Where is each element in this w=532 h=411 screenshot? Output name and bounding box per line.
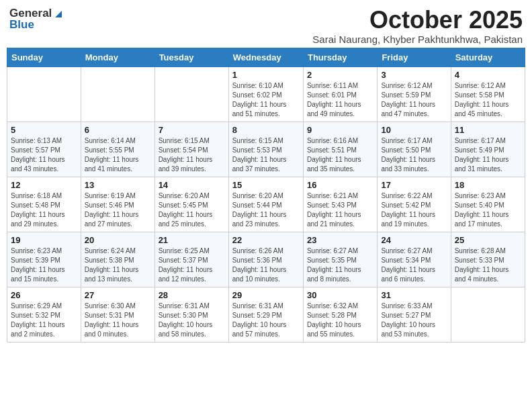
day-info: Sunrise: 6:16 AMSunset: 5:51 PMDaylight:… <box>307 136 373 174</box>
calendar-cell: 25Sunrise: 6:28 AMSunset: 5:33 PMDayligh… <box>451 232 525 287</box>
day-info: Sunrise: 6:11 AMSunset: 6:01 PMDaylight:… <box>307 81 373 119</box>
day-number: 3 <box>381 70 447 80</box>
logo-blue: Blue <box>9 18 64 32</box>
day-number: 14 <box>159 180 225 190</box>
day-number: 28 <box>159 290 225 300</box>
calendar-cell: 16Sunrise: 6:21 AMSunset: 5:43 PMDayligh… <box>303 177 377 232</box>
day-number: 5 <box>11 125 77 135</box>
calendar-cell <box>154 66 228 122</box>
day-info: Sunrise: 6:21 AMSunset: 5:43 PMDaylight:… <box>307 191 373 229</box>
day-number: 18 <box>455 180 521 190</box>
day-number: 13 <box>85 180 151 190</box>
day-number: 10 <box>381 125 447 135</box>
month-title: October 2025 <box>312 7 523 34</box>
weekday-header-friday: Friday <box>378 48 451 66</box>
day-info: Sunrise: 6:30 AMSunset: 5:31 PMDaylight:… <box>85 302 151 339</box>
calendar-cell: 23Sunrise: 6:27 AMSunset: 5:35 PMDayligh… <box>303 232 377 287</box>
day-info: Sunrise: 6:12 AMSunset: 5:58 PMDaylight:… <box>455 81 521 119</box>
calendar-cell: 5Sunrise: 6:13 AMSunset: 5:57 PMDaylight… <box>7 122 81 177</box>
day-info: Sunrise: 6:22 AMSunset: 5:42 PMDaylight:… <box>381 191 447 229</box>
day-info: Sunrise: 6:18 AMSunset: 5:48 PMDaylight:… <box>11 191 77 229</box>
day-info: Sunrise: 6:23 AMSunset: 5:40 PMDaylight:… <box>455 191 521 229</box>
calendar-cell: 24Sunrise: 6:27 AMSunset: 5:34 PMDayligh… <box>378 232 451 287</box>
calendar-cell: 30Sunrise: 6:32 AMSunset: 5:28 PMDayligh… <box>303 287 377 342</box>
day-info: Sunrise: 6:17 AMSunset: 5:50 PMDaylight:… <box>381 136 447 174</box>
day-number: 12 <box>11 180 77 190</box>
calendar-cell: 22Sunrise: 6:26 AMSunset: 5:36 PMDayligh… <box>228 232 303 287</box>
day-number: 2 <box>307 70 373 80</box>
calendar-cell <box>451 287 525 342</box>
day-info: Sunrise: 6:31 AMSunset: 5:29 PMDaylight:… <box>232 302 300 339</box>
calendar-cell: 12Sunrise: 6:18 AMSunset: 5:48 PMDayligh… <box>7 177 81 232</box>
day-number: 22 <box>232 235 300 245</box>
calendar-cell: 31Sunrise: 6:33 AMSunset: 5:27 PMDayligh… <box>378 287 451 342</box>
day-number: 29 <box>232 290 300 300</box>
day-info: Sunrise: 6:12 AMSunset: 5:59 PMDaylight:… <box>381 81 447 119</box>
calendar-cell: 1Sunrise: 6:10 AMSunset: 6:02 PMDaylight… <box>228 66 303 122</box>
day-info: Sunrise: 6:24 AMSunset: 5:38 PMDaylight:… <box>85 246 151 284</box>
weekday-header-row: SundayMondayTuesdayWednesdayThursdayFrid… <box>7 48 525 66</box>
calendar-cell: 13Sunrise: 6:19 AMSunset: 5:46 PMDayligh… <box>81 177 154 232</box>
calendar-cell: 19Sunrise: 6:23 AMSunset: 5:39 PMDayligh… <box>7 232 81 287</box>
day-number: 1 <box>232 70 300 80</box>
day-number: 6 <box>85 125 151 135</box>
day-info: Sunrise: 6:27 AMSunset: 5:34 PMDaylight:… <box>381 246 447 284</box>
calendar-cell: 14Sunrise: 6:20 AMSunset: 5:45 PMDayligh… <box>154 177 228 232</box>
calendar-cell: 20Sunrise: 6:24 AMSunset: 5:38 PMDayligh… <box>81 232 154 287</box>
day-info: Sunrise: 6:26 AMSunset: 5:36 PMDaylight:… <box>232 246 300 284</box>
day-number: 19 <box>11 235 77 245</box>
weekday-header-saturday: Saturday <box>451 48 525 66</box>
calendar-cell: 3Sunrise: 6:12 AMSunset: 5:59 PMDaylight… <box>378 66 451 122</box>
calendar-week-2: 5Sunrise: 6:13 AMSunset: 5:57 PMDaylight… <box>7 122 525 177</box>
day-info: Sunrise: 6:19 AMSunset: 5:46 PMDaylight:… <box>85 191 151 229</box>
day-number: 23 <box>307 235 373 245</box>
calendar-week-1: 1Sunrise: 6:10 AMSunset: 6:02 PMDaylight… <box>7 66 525 122</box>
day-number: 20 <box>85 235 151 245</box>
day-info: Sunrise: 6:28 AMSunset: 5:33 PMDaylight:… <box>455 246 521 284</box>
day-number: 21 <box>159 235 225 245</box>
day-info: Sunrise: 6:15 AMSunset: 5:54 PMDaylight:… <box>159 136 225 174</box>
calendar-cell: 7Sunrise: 6:15 AMSunset: 5:54 PMDaylight… <box>154 122 228 177</box>
day-info: Sunrise: 6:27 AMSunset: 5:35 PMDaylight:… <box>307 246 373 284</box>
calendar-cell: 21Sunrise: 6:25 AMSunset: 5:37 PMDayligh… <box>154 232 228 287</box>
day-number: 11 <box>455 125 521 135</box>
calendar-cell: 6Sunrise: 6:14 AMSunset: 5:55 PMDaylight… <box>81 122 154 177</box>
calendar-cell <box>7 66 81 122</box>
day-info: Sunrise: 6:13 AMSunset: 5:57 PMDaylight:… <box>11 136 77 174</box>
weekday-header-wednesday: Wednesday <box>228 48 303 66</box>
day-number: 4 <box>455 70 521 80</box>
day-number: 25 <box>455 235 521 245</box>
day-info: Sunrise: 6:31 AMSunset: 5:30 PMDaylight:… <box>159 302 225 339</box>
weekday-header-monday: Monday <box>81 48 154 66</box>
day-info: Sunrise: 6:20 AMSunset: 5:44 PMDaylight:… <box>232 191 300 229</box>
location-subtitle: Sarai Naurang, Khyber Pakhtunkhwa, Pakis… <box>312 34 523 45</box>
page-header: General Blue October 2025 Sarai Naurang,… <box>7 7 525 45</box>
day-number: 30 <box>307 290 373 300</box>
calendar-cell: 8Sunrise: 6:15 AMSunset: 5:53 PMDaylight… <box>228 122 303 177</box>
calendar-week-4: 19Sunrise: 6:23 AMSunset: 5:39 PMDayligh… <box>7 232 525 287</box>
calendar-cell <box>81 66 154 122</box>
day-number: 17 <box>381 180 447 190</box>
calendar-cell: 11Sunrise: 6:17 AMSunset: 5:49 PMDayligh… <box>451 122 525 177</box>
calendar-cell: 15Sunrise: 6:20 AMSunset: 5:44 PMDayligh… <box>228 177 303 232</box>
day-info: Sunrise: 6:20 AMSunset: 5:45 PMDaylight:… <box>159 191 225 229</box>
calendar-cell: 17Sunrise: 6:22 AMSunset: 5:42 PMDayligh… <box>378 177 451 232</box>
weekday-header-tuesday: Tuesday <box>154 48 228 66</box>
day-info: Sunrise: 6:25 AMSunset: 5:37 PMDaylight:… <box>159 246 225 284</box>
day-info: Sunrise: 6:32 AMSunset: 5:28 PMDaylight:… <box>307 302 373 339</box>
day-number: 16 <box>307 180 373 190</box>
calendar-cell: 29Sunrise: 6:31 AMSunset: 5:29 PMDayligh… <box>228 287 303 342</box>
day-info: Sunrise: 6:10 AMSunset: 6:02 PMDaylight:… <box>232 81 300 119</box>
calendar-table: SundayMondayTuesdayWednesdayThursdayFrid… <box>7 48 525 342</box>
day-number: 8 <box>232 125 300 135</box>
day-info: Sunrise: 6:15 AMSunset: 5:53 PMDaylight:… <box>232 136 300 174</box>
svg-marker-0 <box>55 11 62 17</box>
calendar-cell: 26Sunrise: 6:29 AMSunset: 5:32 PMDayligh… <box>7 287 81 342</box>
day-number: 31 <box>381 290 447 300</box>
calendar-week-3: 12Sunrise: 6:18 AMSunset: 5:48 PMDayligh… <box>7 177 525 232</box>
calendar-cell: 18Sunrise: 6:23 AMSunset: 5:40 PMDayligh… <box>451 177 525 232</box>
day-info: Sunrise: 6:23 AMSunset: 5:39 PMDaylight:… <box>11 246 77 284</box>
day-info: Sunrise: 6:17 AMSunset: 5:49 PMDaylight:… <box>455 136 521 174</box>
day-number: 7 <box>159 125 225 135</box>
day-info: Sunrise: 6:33 AMSunset: 5:27 PMDaylight:… <box>381 302 447 339</box>
